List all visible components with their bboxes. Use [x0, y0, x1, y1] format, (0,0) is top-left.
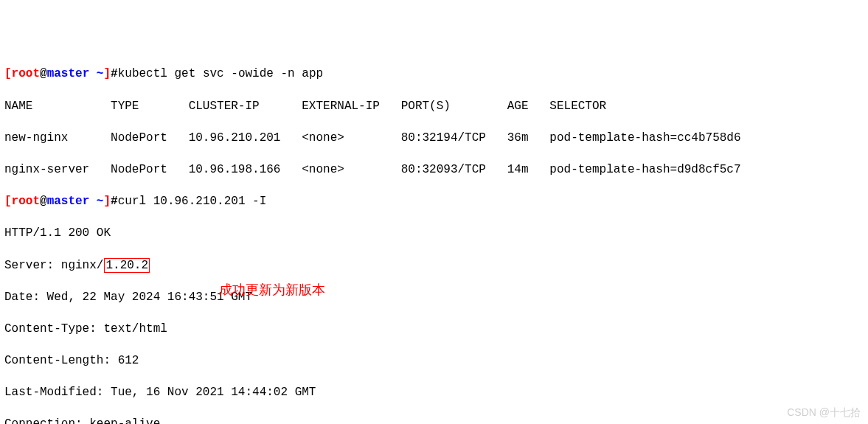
curl1-content-type: Content-Type: text/html	[4, 322, 864, 338]
command-kubectl: kubectl get svc -owide -n app	[118, 67, 323, 80]
curl1-connection: Connection: keep-alive	[4, 417, 864, 424]
prompt-user: root	[12, 195, 40, 208]
command-curl-1: curl 10.96.210.201 -I	[118, 195, 267, 208]
prompt-space	[89, 195, 97, 208]
curl1-last-modified: Last-Modified: Tue, 16 Nov 2021 14:44:02…	[4, 385, 864, 401]
prompt-tilde: ~	[97, 67, 104, 80]
prompt-at: @	[40, 195, 47, 208]
prompt-line-1: [root@master ~]#kubectl get svc -owide -…	[4, 66, 864, 83]
prompt-hash: #	[111, 195, 118, 208]
curl1-status: HTTP/1.1 200 OK	[4, 226, 864, 242]
curl1-server-prefix: Server: nginx/	[4, 259, 103, 272]
prompt-bracket-open: [	[4, 67, 12, 80]
prompt-hash: #	[111, 67, 118, 80]
prompt-bracket-open: [	[4, 195, 12, 208]
curl1-server-line: Server: nginx/1.20.2	[4, 258, 864, 274]
prompt-line-2: [root@master ~]#curl 10.96.210.201 -I	[4, 194, 864, 210]
prompt-host: master	[47, 67, 90, 80]
prompt-bracket-close: ]	[103, 67, 111, 80]
watermark: CSDN @十七拾	[787, 406, 861, 420]
prompt-bracket-close: ]	[103, 195, 111, 208]
prompt-tilde: ~	[97, 195, 104, 208]
prompt-user: root	[12, 67, 40, 80]
prompt-host: master	[47, 195, 90, 208]
svc-row-2: nginx-server NodePort 10.96.198.166 <non…	[4, 162, 864, 178]
curl1-version-box: 1.20.2	[104, 258, 150, 273]
svc-row-1: new-nginx NodePort 10.96.210.201 <none> …	[4, 131, 864, 147]
curl1-date: Date: Wed, 22 May 2024 16:43:51 GMT	[4, 290, 864, 306]
curl1-content-length: Content-Length: 612	[4, 353, 864, 369]
annotation-text: 成功更新为新版本	[219, 281, 325, 299]
prompt-at: @	[40, 67, 47, 80]
prompt-space	[89, 67, 97, 80]
svc-header-row: NAME TYPE CLUSTER-IP EXTERNAL-IP PORT(S)…	[4, 99, 864, 115]
